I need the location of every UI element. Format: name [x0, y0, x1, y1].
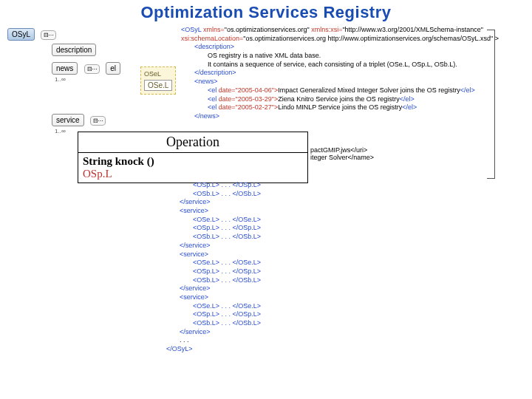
el2-attr: date="2005-03-29"> — [219, 95, 278, 103]
osel-group: OSeL OSe.L — [140, 66, 176, 95]
service-node: service — [52, 114, 84, 126]
operation-signature: String knock () — [83, 155, 303, 168]
brace-icon — [487, 30, 495, 179]
osb-frag-4: <OSb.L> . . . </OSb.L> — [193, 319, 261, 327]
uri-tail: pactGMIP.jws</uri> — [310, 146, 367, 154]
osp-frag-4: <OSp.L> . . . </OSp.L> — [193, 310, 261, 318]
attr-schemaloc-val: "os.optimizationservices.org http://www.… — [243, 35, 499, 42]
operation-box: Operation String knock () OSp.L — [78, 132, 308, 183]
osb-frag-3: <OSb.L> . . . </OSb.L> — [193, 276, 261, 284]
desc-open: <description> — [194, 43, 234, 50]
service-open-3: <service> — [180, 250, 208, 258]
desc-text-2: It contains a sequence of service, each … — [208, 61, 457, 68]
attr-xmlns: xmlns= — [203, 26, 225, 33]
osb-frag: <OSb.L> . . . </OSb.L> — [193, 190, 261, 197]
sequence-icon: ⊟⋯ — [84, 64, 100, 74]
ose-frag-3: <OSe.L> . . . </OSe.L> — [193, 259, 261, 266]
el3-text: Lindo MINLP Service joins the OS registr… — [278, 103, 402, 111]
el2-close: </el> — [400, 95, 415, 103]
desc-text-1: OS registry is a native XML data base. — [208, 52, 321, 59]
el2-text: Ziena Knitro Service joins the OS regist… — [278, 95, 400, 103]
desc-close: </description> — [194, 69, 236, 76]
el1-attr: date="2005-04-06"> — [219, 86, 278, 94]
osel-inner-node: OSe.L — [144, 80, 172, 91]
service-extra: pactGMIP.jws</uri> iteger Solver</name> — [310, 146, 374, 161]
el3-attr: date="2005-02-27"> — [219, 103, 278, 111]
el2-open: <el — [208, 95, 219, 103]
description-node: description — [52, 44, 96, 56]
news-open: <news> — [194, 78, 218, 85]
osyl-close: </OSyL> — [166, 345, 193, 352]
sequence-icon: ⊟⋯ — [41, 30, 56, 40]
root-node: OSyL — [7, 28, 35, 41]
osp-frag-2: <OSp.L> . . . </OSp.L> — [193, 224, 261, 231]
attr-xsi-val: "http://www.w3.org/2001/XMLSchema-instan… — [342, 26, 482, 33]
el3-open: <el — [208, 103, 219, 111]
service-close-4: </service> — [180, 328, 211, 335]
ellipsis: . . . — [180, 336, 189, 344]
el1-open: <el — [208, 86, 219, 94]
osp-frag-3: <OSp.L> . . . </OSp.L> — [193, 267, 261, 275]
service-close-1: </service> — [180, 198, 211, 205]
el3-close: </el> — [402, 103, 417, 111]
osyl-open-tag: <OSyL — [181, 26, 203, 33]
ose-frag-4: <OSe.L> . . . </OSe.L> — [193, 302, 261, 310]
news-node: news — [52, 62, 78, 75]
xml-service-blocks: <OSp.L> . . . </OSp.L> <OSb.L> . . . </O… — [166, 181, 491, 354]
operation-return: OSp.L — [83, 168, 303, 180]
sequence-icon: ⊟⋯ — [90, 116, 106, 126]
news-close: </news> — [194, 112, 219, 120]
service-close-2: </service> — [180, 242, 211, 249]
xml-listing: <OSyL xmlns="os.optimizationservices.org… — [181, 26, 491, 121]
el1-text: Impact Generalized Mixed Integer Solver … — [278, 86, 460, 94]
page-title: Optimization Services Registry — [0, 3, 532, 22]
operation-header: Operation — [78, 132, 307, 153]
attr-xsi: xmlns:xsi= — [311, 26, 342, 33]
osb-frag-2: <OSb.L> . . . </OSb.L> — [193, 233, 261, 240]
service-open-4: <service> — [180, 293, 208, 301]
osel-group-label: OSeL — [144, 70, 172, 78]
ose-frag-2: <OSe.L> . . . </OSe.L> — [193, 216, 261, 223]
service-close-3: </service> — [180, 284, 211, 292]
el1-close: </el> — [460, 86, 475, 94]
service-open-2: <service> — [180, 207, 208, 214]
osp-frag: <OSp.L> . . . </OSp.L> — [193, 181, 261, 188]
attr-xmlns-val: "os.optimizationservices.org" — [225, 26, 311, 33]
name-tail: iteger Solver</name> — [310, 154, 374, 161]
attr-schemaloc: xsi:schemaLocation= — [181, 35, 243, 42]
el-node: el — [106, 62, 120, 75]
